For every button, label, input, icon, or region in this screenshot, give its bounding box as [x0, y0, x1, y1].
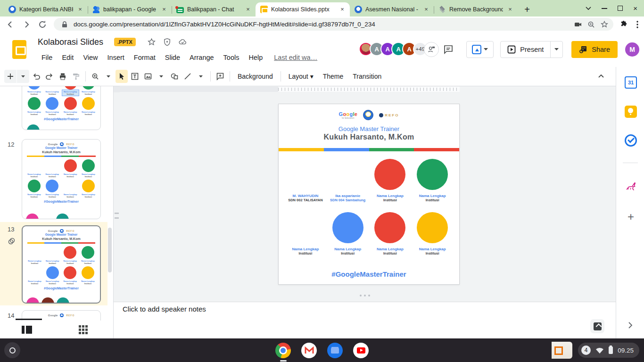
member-cell[interactable]: M. WAHYUDIN SDN 002 TALISAYAN: [284, 159, 327, 202]
menu-slide[interactable]: Slide: [160, 52, 185, 63]
unicorn-addon-icon[interactable]: [625, 180, 637, 192]
collapse-toolbar-button[interactable]: [595, 70, 607, 83]
menu-insert[interactable]: Insert: [103, 52, 129, 63]
tab-google-groups[interactable]: balikpapan - Google Gr ×: [88, 2, 172, 16]
new-slide-button[interactable]: [4, 70, 17, 83]
gmail-app-icon[interactable]: [301, 343, 317, 358]
google-keep-icon[interactable]: [625, 106, 637, 118]
tab-chat[interactable]: Balikpapan - Chat ×: [172, 2, 256, 16]
paint-format-button[interactable]: [70, 70, 82, 83]
member-cell[interactable]: Nama Lengkap Institusi: [369, 212, 412, 255]
print-button[interactable]: [57, 70, 69, 83]
menu-format[interactable]: Format: [129, 52, 160, 63]
insert-line-dropdown[interactable]: [195, 70, 207, 83]
layout-button[interactable]: Layout ▾: [284, 73, 318, 80]
slide-thumbnail[interactable]: GoogleREFOGoogle Master TrainerKukuh Har…: [22, 139, 101, 219]
insert-shape-button[interactable]: [168, 70, 181, 83]
speaker-notes-panel[interactable]: Click to add speaker notes: [114, 302, 616, 338]
tab-close-icon[interactable]: ×: [76, 6, 84, 13]
zoom-page-icon[interactable]: [587, 20, 595, 29]
browser-menu-icon[interactable]: [636, 21, 638, 28]
status-tray[interactable]: 4 09.25: [578, 343, 639, 358]
screen-capture-preview[interactable]: [531, 342, 572, 359]
present-dropdown-button[interactable]: [550, 41, 562, 58]
member-cell[interactable]: Ika asparianie SDN 004 Sambaliung: [327, 159, 369, 202]
youtube-app-icon[interactable]: [353, 343, 369, 358]
refresh-icon[interactable]: [38, 20, 47, 29]
member-cell[interactable]: Nama Lengkap Institusi: [284, 212, 327, 255]
tab-asesmen-nasional[interactable]: Asesmen Nasional - Ta ×: [350, 2, 434, 16]
insert-image-dropdown[interactable]: [155, 70, 167, 83]
camera-indicator-icon[interactable]: [574, 20, 582, 29]
comment-history-button[interactable]: [439, 40, 458, 59]
member-cell[interactable]: Nama Lengkap Institusi: [369, 159, 412, 202]
files-app-icon[interactable]: [327, 343, 343, 358]
secure-lock-icon[interactable]: [60, 20, 69, 29]
tab-kolaborasi-slides-active[interactable]: Kolaborasi Slides.pptx ×: [256, 2, 350, 16]
filmstrip-resize-handle[interactable]: [16, 319, 42, 320]
present-to-meeting-button[interactable]: [466, 41, 494, 58]
slide-thumbnail-selected[interactable]: GoogleREFOGoogle Master TrainerKukuh Har…: [22, 225, 101, 304]
cloud-saved-icon[interactable]: [178, 38, 187, 47]
document-title[interactable]: Kolaborasi Slides: [38, 37, 103, 47]
tab-close-icon[interactable]: ×: [160, 6, 168, 13]
current-slide[interactable]: Google for Education REFO Google Master …: [278, 104, 460, 285]
member-cell[interactable]: Nama Lengkap Institusi: [327, 212, 369, 255]
hashtag-text[interactable]: #GoogleMasterTrainer: [279, 270, 459, 278]
insert-image-button[interactable]: [142, 70, 154, 83]
zoom-dropdown[interactable]: [102, 70, 115, 83]
tab-close-icon[interactable]: ×: [422, 6, 430, 13]
launcher-button[interactable]: [4, 342, 20, 358]
slide-subtitle[interactable]: Kukuh Harsanto, M.Kom: [279, 133, 459, 141]
approvals-shield-icon[interactable]: [163, 38, 172, 47]
chrome-app-icon[interactable]: [275, 343, 291, 358]
notes-resize-handle[interactable]: [360, 295, 370, 296]
tab-search-chevron-icon[interactable]: [586, 7, 591, 10]
speaker-notes-placeholder[interactable]: Click to add speaker notes: [123, 305, 206, 313]
window-minimize-button[interactable]: [602, 8, 607, 9]
grid-view-icon[interactable]: [79, 325, 88, 334]
google-tasks-icon[interactable]: [625, 134, 637, 147]
hide-side-panel-chevron-icon[interactable]: [627, 321, 634, 329]
filmstrip-view-icon[interactable]: [22, 326, 32, 334]
tab-kategori-berita[interactable]: Kategori Berita ANBK J ×: [4, 2, 88, 16]
window-restore-button[interactable]: [618, 6, 623, 11]
tab-remove-background[interactable]: Remove Background fr ×: [434, 2, 518, 16]
background-button[interactable]: Background: [233, 73, 278, 80]
explore-button[interactable]: [590, 319, 604, 333]
tab-close-icon[interactable]: ×: [339, 6, 346, 13]
menu-view[interactable]: View: [78, 52, 102, 63]
theme-button[interactable]: Theme: [318, 73, 348, 80]
transition-button[interactable]: Transition: [348, 73, 386, 80]
tab-close-icon[interactable]: ×: [244, 6, 252, 13]
insert-line-button[interactable]: [182, 70, 194, 83]
menu-help[interactable]: Help: [244, 52, 267, 63]
last-edit-link[interactable]: Last edit wa…: [272, 52, 319, 63]
forward-icon[interactable]: [22, 20, 31, 29]
url-text[interactable]: docs.google.com/presentation/d/1lZfInG7a…: [74, 21, 569, 28]
get-add-ons-icon[interactable]: +: [625, 211, 637, 223]
select-tool-button[interactable]: [116, 70, 128, 83]
insert-comment-button[interactable]: [214, 70, 226, 83]
undo-button[interactable]: [30, 70, 42, 83]
extensions-icon[interactable]: [620, 20, 629, 29]
menu-arrange[interactable]: Arrange: [185, 52, 219, 63]
url-omnibox[interactable]: docs.google.com/presentation/d/1lZfInG7a…: [54, 18, 613, 31]
slide-thumbnail[interactable]: Nama LengkapInstitusiNama LengkapInstitu…: [22, 86, 101, 130]
anonymous-viewers-icon[interactable]: [424, 42, 439, 57]
filmstrip-scrollbar[interactable]: [108, 228, 112, 272]
star-document-icon[interactable]: [147, 38, 156, 47]
share-button[interactable]: Share: [571, 41, 618, 58]
menu-tools[interactable]: Tools: [219, 52, 244, 63]
back-icon[interactable]: [6, 20, 15, 29]
new-slide-dropdown[interactable]: [17, 70, 29, 83]
window-close-button[interactable]: ×: [633, 5, 637, 12]
redo-button[interactable]: [43, 70, 56, 83]
member-cell[interactable]: Nama Lengkap Institusi: [411, 159, 454, 202]
slide-canvas[interactable]: Google for Education REFO Google Master …: [114, 86, 616, 302]
bookmark-star-icon[interactable]: [600, 20, 609, 29]
new-tab-button[interactable]: +: [520, 3, 534, 16]
google-slides-logo-icon[interactable]: [12, 40, 26, 59]
account-avatar[interactable]: M: [625, 42, 639, 57]
menu-edit[interactable]: Edit: [57, 52, 78, 63]
